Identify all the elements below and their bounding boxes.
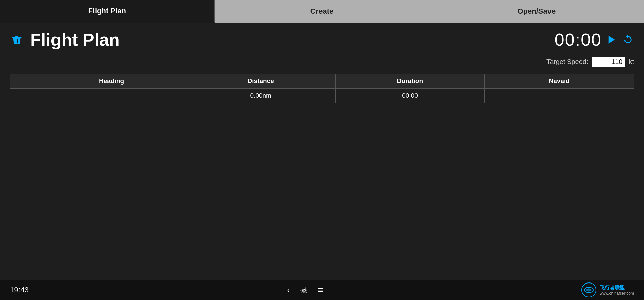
globe-icon[interactable]: ☠ — [300, 285, 308, 295]
brand-url: www.chinaflier.com — [600, 291, 634, 296]
reset-button[interactable] — [622, 34, 634, 46]
row-checkbox[interactable] — [10, 89, 37, 103]
header-row: Flight Plan 00:00 — [10, 30, 634, 50]
brand-circle-icon — [581, 282, 596, 297]
title-section: Flight Plan — [10, 30, 120, 50]
col-header-navaid: Navaid — [485, 74, 634, 89]
brand-logo: 飞行者联盟 www.chinaflier.com — [581, 282, 634, 297]
svg-marker-0 — [609, 36, 615, 44]
row-distance: 0.00nm — [186, 89, 335, 103]
bottom-bar: 19:43 ‹ ☠ ≡ 飞行者联盟 www.chinaflier.com — [0, 280, 644, 300]
target-speed-input[interactable] — [592, 57, 625, 67]
tab-create[interactable]: Create — [215, 0, 429, 23]
time-display: 19:43 — [10, 286, 29, 294]
back-icon[interactable]: ‹ — [287, 285, 290, 295]
menu-icon[interactable]: ≡ — [318, 285, 323, 295]
col-header-heading: Heading — [37, 74, 186, 89]
row-heading[interactable] — [37, 89, 186, 103]
timer-display: 00:00 — [555, 30, 602, 50]
tab-flight-plan[interactable]: Flight Plan — [0, 0, 215, 23]
row-duration: 00:00 — [335, 89, 485, 103]
timer-section: 00:00 — [555, 30, 634, 50]
tab-open-save-label: Open/Save — [517, 7, 556, 16]
tab-open-save[interactable]: Open/Save — [429, 0, 644, 23]
flight-table: Heading Distance Duration Navaid 0.00nm … — [10, 74, 634, 103]
target-speed-label: Target Speed: — [546, 58, 589, 66]
page-title: Flight Plan — [30, 30, 120, 50]
table-row: 0.00nm 00:00 — [10, 89, 634, 103]
play-button[interactable] — [606, 34, 618, 46]
row-navaid[interactable] — [485, 89, 634, 103]
tab-flight-plan-label: Flight Plan — [88, 7, 126, 15]
tab-create-label: Create — [310, 7, 333, 16]
col-header-checkbox — [10, 74, 37, 89]
col-header-duration: Duration — [335, 74, 485, 89]
target-speed-row: Target Speed: kt — [10, 57, 634, 67]
brand-name: 飞行者联盟 — [600, 285, 634, 291]
tab-bar: Flight Plan Create Open/Save — [0, 0, 644, 23]
table-header-row: Heading Distance Duration Navaid — [10, 74, 634, 89]
trash-icon[interactable] — [10, 32, 24, 47]
bottom-nav: ‹ ☠ ≡ — [287, 285, 323, 295]
main-content: Flight Plan 00:00 Target Speed: kt — [0, 23, 644, 280]
brand-text-block: 飞行者联盟 www.chinaflier.com — [600, 285, 634, 296]
kt-label: kt — [629, 58, 634, 66]
col-header-distance: Distance — [186, 74, 335, 89]
